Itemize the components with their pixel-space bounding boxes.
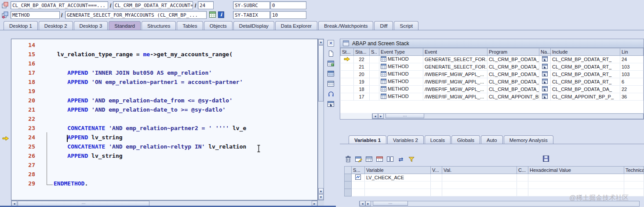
code-line-20[interactable]: 20 APPEND 'AND emp_relation~date_from <=… [11,97,317,106]
stack-horizontal-scrollbar[interactable]: ◄ ► ⋯ [372,113,644,119]
row-selector-cell[interactable] [345,174,352,182]
navigate-icon[interactable] [542,65,548,70]
navigate-icon[interactable] [542,80,548,85]
table-blue-icon[interactable] [327,70,335,77]
columns-icon[interactable] [386,155,394,163]
stack-column-header[interactable]: Lin [620,48,644,56]
stack-hscroll-thumb[interactable]: ⋯ [386,113,424,118]
variables-column-header[interactable]: Hexadecimal Value [528,167,624,174]
swap-icon[interactable]: ⇄ [397,155,405,163]
tab-script[interactable]: Script [394,21,418,30]
stack-column-header[interactable]: Include [551,48,620,56]
display-table-icon[interactable] [209,11,216,18]
row-selector-cell[interactable] [345,182,352,189]
table-navigate-icon[interactable] [327,100,335,108]
delete-variable-icon[interactable] [344,155,352,163]
variable-value-cell[interactable] [442,182,517,189]
save-layout-icon[interactable] [542,155,550,163]
tab-globals[interactable]: Globals [451,135,480,144]
variable-name-cell[interactable]: LV_CHECK_ACE [365,174,431,182]
variable-name-cell[interactable] [365,182,431,189]
code-line-24[interactable]: 24 APPEND lv_string [11,134,317,143]
code-line-21[interactable]: 21 APPEND 'AND emp_relation~date_to >= @… [11,106,317,116]
variables-column-header[interactable]: Val. [442,167,517,174]
stack-row[interactable]: 22METHODGENERATE_SELECT_FOR...CL_CRM_BP_… [341,56,644,63]
scroll-up-button[interactable]: ▲ [318,188,324,194]
code-line-17[interactable]: 17 APPEND 'INNER JOIN but050 AS emp_rela… [11,69,317,79]
code-line-14[interactable]: 14 [11,42,317,51]
tab-data-explorer[interactable]: Data Explorer [275,21,317,30]
variables-column-header[interactable]: S... [352,167,365,174]
variables-column-header[interactable]: Technical Type [624,167,644,174]
stack-row[interactable]: 17METHOD/IWBEP/IF_MGW_APPL_...CL_CRM_APP… [341,93,644,101]
delete-row-icon[interactable] [376,155,384,163]
navigate-icon[interactable] [542,72,548,77]
line-number-field[interactable]: 24 [198,1,214,9]
event-name-field[interactable]: GENERATE_SELECT_FOR_MYACCOUNTS (CL_CRM_B… [65,11,207,19]
code-line-28[interactable]: 28 [11,171,317,180]
stack-navigate-cell[interactable] [539,78,551,86]
stack-navigate-cell[interactable] [539,93,551,101]
stack-column-header[interactable]: Na... [539,48,551,56]
headset-icon[interactable] [327,90,335,98]
variable-name-cell[interactable] [365,189,431,196]
stack-row[interactable]: 21METHODGENERATE_SELECT_FOR...CL_CRM_BP_… [341,63,644,71]
tab-tables[interactable]: Tables [177,21,203,30]
variables-column-header[interactable]: V... [431,167,442,174]
abap-code-editor[interactable]: 1415 lv_relation_type_range = me->get_my… [11,39,318,200]
stack-row[interactable]: 18METHOD/IWBEP/IF_MGW_APPL_...CL_CRM_BP_… [341,86,644,93]
variable-value-cell[interactable] [442,174,517,182]
stack-navigate-cell[interactable] [539,86,551,93]
stack-navigate-cell[interactable] [539,63,551,71]
sy-tabix-value-field[interactable]: 10 [270,11,306,19]
tab-locals[interactable]: Locals [425,135,451,144]
event-type-field[interactable]: METHOD [11,11,60,19]
stack-column-header[interactable]: St... [341,48,354,56]
code-line-25[interactable]: 25 CONCATENATE 'AND emp_relation~reltyp … [11,143,317,153]
stack-column-header[interactable]: Event Type [379,48,423,56]
code-line-26[interactable]: 26 APPEND lv_string [11,153,317,162]
table-insert-icon[interactable] [327,60,335,67]
code-line-19[interactable]: 19 [11,88,317,97]
scroll-right-button[interactable]: ► [365,201,371,206]
stack-column-header[interactable]: S.. [370,48,379,56]
table-icon[interactable] [327,80,335,87]
variable-row[interactable]: LV_CHECK_ACE [345,174,644,182]
tab-detaildisplay[interactable]: DetailDisplay [233,21,274,30]
stack-navigate-cell[interactable] [539,56,551,63]
code-line-18[interactable]: 18 APPEND 'ON emp_relation~partner1 = ac… [11,79,317,88]
scroll-up-button[interactable]: ▲ [318,39,324,45]
navigate-icon[interactable] [542,57,548,62]
stack-column-header[interactable]: Event [423,48,488,56]
include-field[interactable]: CL_CRM_BP_ODATA_RT_ACCOUNT===... [113,1,193,9]
document-icon[interactable] [327,50,335,57]
scroll-left-button[interactable]: ◄ [360,201,365,206]
editor-vertical-scrollbar[interactable]: ▲ ▲ ▼ [318,39,324,200]
row-selector-cell[interactable] [345,189,352,196]
variables-column-header[interactable]: Variable [365,167,431,174]
tab-break-watchpoints[interactable]: Break./Watchpoints [318,21,373,30]
stack-column-header[interactable]: Sta... [354,48,370,56]
close-icon[interactable]: ✕ [327,40,335,47]
code-line-27[interactable]: 27 [11,162,317,171]
tab-desktop-1[interactable]: Desktop 1 [4,21,38,30]
navigate-icon[interactable] [542,87,548,92]
tab-structures[interactable]: Structures [142,21,176,30]
tab-variables-2[interactable]: Variables 2 [387,135,424,144]
variable-row[interactable] [345,182,644,189]
editor-vscroll-thumb[interactable] [318,45,324,102]
info-icon[interactable]: i [218,11,225,18]
code-line-16[interactable]: 16 [11,60,317,69]
stack-row[interactable]: 19METHOD/IWBEP/IF_MGW_APPL_...CL_CRM_BP_… [341,78,644,86]
table-view-icon[interactable] [365,155,373,163]
tab-auto[interactable]: Auto [481,135,503,144]
scroll-left-button[interactable]: ◄ [372,113,378,119]
code-line-15[interactable]: 15 lv_relation_type_range = me->get_my_a… [11,51,317,60]
navigate-icon[interactable] [542,94,548,100]
edit-variable-icon[interactable] [355,155,363,163]
variables-column-header[interactable]: C... [517,167,528,174]
tab-desktop-3[interactable]: Desktop 3 [74,21,108,30]
sy-subrc-label-field[interactable]: SY-SUBRC [233,1,270,9]
sy-subrc-value-field[interactable]: 0 [270,1,306,9]
code-line-29[interactable]: 29ENDMETHOD. [11,180,317,189]
